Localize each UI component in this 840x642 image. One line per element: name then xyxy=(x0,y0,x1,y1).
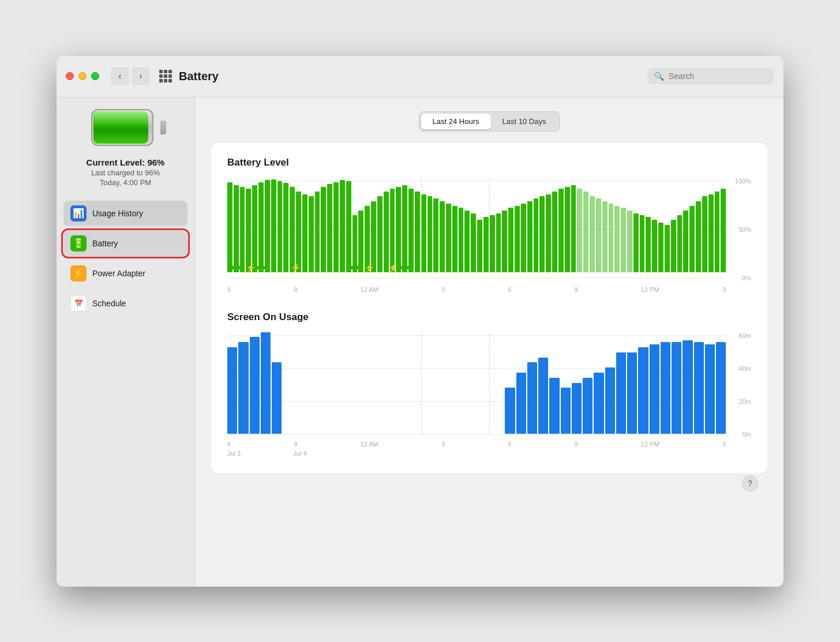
grid-dot xyxy=(159,79,163,82)
last-charged-label: Last charged to 96% xyxy=(63,168,187,177)
grid-view-icon[interactable] xyxy=(159,70,172,82)
screen-x-axis: 6 9 12 AM 3 6 9 12 PM 3 xyxy=(227,438,726,448)
date-jul4: Jul 4 xyxy=(293,450,306,457)
battery-level-chart: 100% 50% 0% xyxy=(227,178,751,293)
screen-x-9: 9 xyxy=(294,441,297,448)
lightning-icon: ⚡ xyxy=(73,268,84,279)
time-toggle: Last 24 Hours Last 10 Days xyxy=(211,111,767,132)
grid-line-inner xyxy=(227,277,726,278)
x-label-3: 3 xyxy=(441,286,445,293)
date-labels: Jul 3 Jul 4 xyxy=(227,450,726,457)
usage-history-label: Usage History xyxy=(92,209,143,218)
sidebar-item-battery[interactable]: 🔋 Battery xyxy=(63,231,187,256)
system-preferences-window: ‹ › Battery 🔍 xyxy=(57,56,783,587)
x-label-6pm: 6 xyxy=(508,286,511,293)
search-bar[interactable]: 🔍 xyxy=(647,68,774,84)
battery-x-axis: 6 9 12 AM 3 6 9 12 PM 3 xyxy=(227,284,726,293)
battery-level-section: Battery Level 100% 50 xyxy=(227,157,751,293)
battery-visual-icon xyxy=(91,109,160,146)
screen-usage-chart: 60m 40m 20m xyxy=(227,332,751,459)
grid-dot xyxy=(164,70,167,73)
screen-label-40: 40m xyxy=(730,365,751,372)
nav-buttons: ‹ › xyxy=(111,67,150,85)
grid-label-0: 0% xyxy=(730,275,751,281)
screen-x-6: 6 xyxy=(227,441,231,448)
battery-terminal xyxy=(160,121,166,134)
date-jul3: Jul 3 xyxy=(227,450,241,457)
battery-level-chart-wrapper: 100% 50% 0% xyxy=(227,178,751,293)
screen-x-12pm: 12 PM xyxy=(641,441,659,448)
x-label-6: 6 xyxy=(227,286,231,293)
x-label-12am: 12 AM xyxy=(361,286,378,293)
charging-strip: ⚡⚡⚡⚡ xyxy=(227,263,726,272)
screen-x-9b: 9 xyxy=(575,441,578,448)
screen-x-3b: 3 xyxy=(722,441,726,448)
grid-label-100: 100% xyxy=(730,178,751,185)
traffic-lights xyxy=(66,72,99,80)
screen-x-3: 3 xyxy=(441,441,445,448)
battery-sidebar-icon: 🔋 xyxy=(70,235,87,251)
current-level-label: Current Level: 96% xyxy=(63,157,187,167)
battery-label: Battery xyxy=(92,239,118,248)
dashed-divider-1 xyxy=(421,178,422,272)
screen-divider-2 xyxy=(489,332,490,434)
sidebar: Current Level: 96% Last charged to 96% T… xyxy=(57,97,195,587)
power-adapter-icon: ⚡ xyxy=(70,265,87,281)
last-24-hours-button[interactable]: Last 24 Hours xyxy=(421,114,491,129)
search-icon: 🔍 xyxy=(654,72,664,81)
fullscreen-button[interactable] xyxy=(91,72,99,80)
screen-label-20: 20m xyxy=(730,398,751,405)
grid-line-inner xyxy=(227,434,726,435)
power-adapter-label: Power Adapter xyxy=(92,269,145,278)
screen-usage-chart-wrapper: 60m 40m 20m xyxy=(227,332,751,459)
sidebar-item-power-adapter[interactable]: ⚡ Power Adapter xyxy=(63,261,187,286)
sidebar-item-usage-history[interactable]: 📊 Usage History xyxy=(63,201,187,226)
help-area: ? xyxy=(211,473,767,501)
screen-bars xyxy=(227,332,726,434)
screen-label-60: 60m xyxy=(730,332,751,339)
screen-x-6b: 6 xyxy=(508,441,511,448)
screen-usage-section: Screen On Usage 60m 4 xyxy=(227,311,751,459)
dashed-divider-2 xyxy=(489,178,490,272)
grid-dot xyxy=(168,79,172,82)
grid-line-0: 0% xyxy=(227,275,751,281)
grid-dot xyxy=(159,74,163,78)
back-button[interactable]: ‹ xyxy=(111,67,129,85)
x-label-9: 9 xyxy=(294,286,297,293)
main-content: Current Level: 96% Last charged to 96% T… xyxy=(57,97,783,587)
screen-x-12am: 12 AM xyxy=(361,441,378,448)
help-button[interactable]: ? xyxy=(742,475,758,491)
grid-dot xyxy=(159,70,163,73)
last-10-days-button[interactable]: Last 10 Days xyxy=(491,114,558,129)
content-area: Last 24 Hours Last 10 Days Battery Level xyxy=(195,97,783,587)
grid-dot xyxy=(168,70,172,73)
sidebar-item-schedule[interactable]: 📅 Schedule xyxy=(63,291,187,316)
toggle-group: Last 24 Hours Last 10 Days xyxy=(419,111,560,132)
x-label-9pm: 9 xyxy=(575,286,578,293)
battery-icon-container xyxy=(63,109,187,146)
titlebar: ‹ › Battery 🔍 xyxy=(57,56,783,97)
usage-history-icon: 📊 xyxy=(70,205,87,221)
search-input[interactable] xyxy=(669,72,761,81)
calendar-icon: 📅 xyxy=(74,299,83,307)
close-button[interactable] xyxy=(66,72,74,80)
screen-usage-title: Screen On Usage xyxy=(227,311,751,323)
battery-icon: 🔋 xyxy=(73,238,84,249)
schedule-label: Schedule xyxy=(92,299,126,308)
battery-shine xyxy=(95,111,150,125)
grid-dot xyxy=(168,74,172,78)
grid-dot xyxy=(164,79,167,82)
x-label-12pm: 12 PM xyxy=(641,286,659,293)
screen-divider-1 xyxy=(421,332,422,434)
page-title: Battery xyxy=(179,70,640,83)
bar-chart-icon: 📊 xyxy=(73,208,84,219)
battery-bars xyxy=(227,178,726,272)
forward-button[interactable]: › xyxy=(132,67,150,85)
grid-label-50: 50% xyxy=(730,226,751,233)
schedule-icon: 📅 xyxy=(70,295,87,311)
charge-date-label: Today, 4:00 PM xyxy=(63,178,187,187)
chart-card: Battery Level 100% 50 xyxy=(211,143,767,473)
battery-body xyxy=(91,109,153,146)
minimize-button[interactable] xyxy=(78,72,87,80)
x-label-3pm: 3 xyxy=(722,286,726,293)
